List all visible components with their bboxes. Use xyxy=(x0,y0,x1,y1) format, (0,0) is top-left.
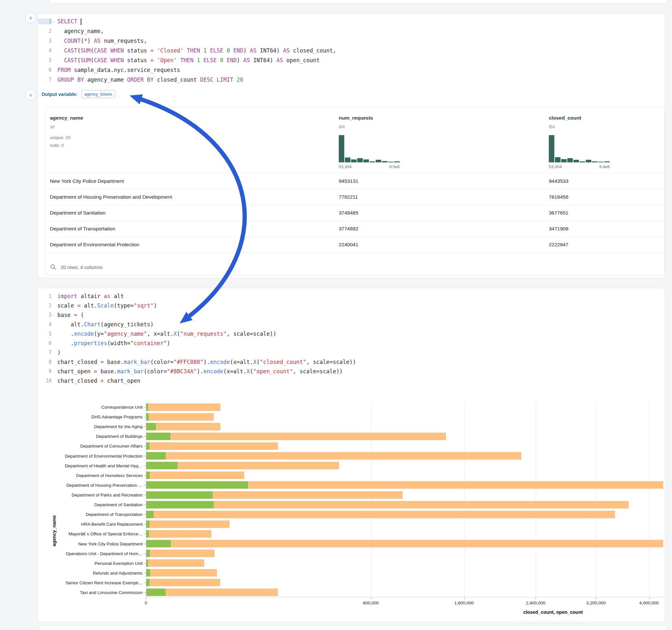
y-axis-label: Mayorâ€ s Office of Special Enforce… xyxy=(45,532,143,536)
code-line[interactable]: 10chart_closed + chart_open xyxy=(38,376,665,385)
bar-closed_count xyxy=(146,491,403,499)
y-axis-tick xyxy=(144,544,146,544)
search-icon[interactable] xyxy=(50,264,56,270)
y-axis-label: Department of Consumer Affairs xyxy=(45,444,143,449)
code-text[interactable]: .encode(y="agency_name", x=alt.X("num_re… xyxy=(57,331,277,337)
code-text[interactable]: FROM sample_data.nyc.service_requests xyxy=(57,67,180,73)
collapse-caret-icon[interactable]: ⌄ xyxy=(53,312,55,317)
line-number: 6 xyxy=(38,340,52,346)
x-axis-tick xyxy=(371,597,371,599)
code-line[interactable]: 4 alt.Chart(agency_tickets) xyxy=(38,319,665,329)
code-text[interactable]: CAST(SUM(CASE WHEN status = 'Closed' THE… xyxy=(57,47,336,54)
code-text[interactable]: COUNT(*) AS num_requests, xyxy=(57,38,147,44)
bar-closed_count xyxy=(146,569,217,577)
bar-open_count xyxy=(146,471,150,479)
column-header-closed_count[interactable]: closed_counti6453,3049.4e6 xyxy=(549,107,665,173)
bar-closed_count xyxy=(146,404,220,411)
x-axis-title: closed_count, open_count xyxy=(523,610,583,615)
histogram-bar xyxy=(549,135,554,162)
line-number: 1 xyxy=(38,293,52,299)
table-cell: 3677651 xyxy=(549,210,665,216)
y-axis-tick xyxy=(144,407,146,407)
histogram-bar xyxy=(592,162,597,162)
table-row[interactable]: Department of Sanitation37494853677651 xyxy=(45,205,664,221)
bar-open_count xyxy=(146,540,171,547)
code-text[interactable]: scale = alt.Scale(type="sqrt") xyxy=(57,302,157,309)
code-text[interactable]: GROUP BY agency_name ORDER BY closed_cou… xyxy=(57,76,243,83)
bar-open_count xyxy=(146,404,148,411)
column-type: str xyxy=(50,124,55,129)
y-axis-label: DHS Advantage Programs xyxy=(45,414,143,419)
bar-open_count xyxy=(146,588,166,596)
code-line[interactable]: 2 agency_name, xyxy=(38,26,665,36)
code-line[interactable]: 5 CAST(SUM(CASE WHEN status = 'Open' THE… xyxy=(38,55,665,65)
code-line[interactable]: 5 .encode(y="agency_name", x=alt.X("num_… xyxy=(38,329,665,338)
bar-closed_count xyxy=(146,559,204,567)
bar-open_count xyxy=(146,442,149,450)
x-axis-tick-label: 800,000 xyxy=(363,601,379,605)
line-number: 8 xyxy=(38,359,52,365)
y-axis-tick xyxy=(144,427,146,427)
code-text[interactable]: ) xyxy=(57,349,61,356)
column-name: agency_name xyxy=(50,115,83,121)
column-header-num_requests[interactable]: num_requestsi6453,3049.5e6 xyxy=(339,107,540,173)
column-histogram xyxy=(339,135,400,162)
table-cell: Department of Housing Preservation and D… xyxy=(50,194,329,200)
code-line[interactable]: 1⌄SELECT xyxy=(38,17,665,26)
code-line[interactable]: 4 CAST(SUM(CASE WHEN status = 'Closed' T… xyxy=(38,46,665,55)
histogram-bar xyxy=(586,160,591,162)
code-line[interactable]: 6FROM sample_data.nyc.service_requests xyxy=(38,65,665,75)
python-editor[interactable]: 1import altair as alt2scale = alt.Scale(… xyxy=(38,288,665,385)
table-row[interactable]: Department of Transportation377489234719… xyxy=(45,221,664,237)
sql-editor[interactable]: 1⌄SELECT 2 agency_name,3 COUNT(*) AS num… xyxy=(38,13,665,84)
collapse-caret-icon[interactable]: ⌄ xyxy=(53,19,55,23)
y-axis-tick xyxy=(144,485,146,485)
table-row[interactable]: New York City Police Department945313194… xyxy=(45,173,664,189)
code-text[interactable]: import altair as alt xyxy=(57,293,124,299)
histogram-bar xyxy=(598,162,604,162)
code-line[interactable]: 6 .properties(width="container") xyxy=(38,338,665,348)
table-row[interactable]: Department of Environmental Protection22… xyxy=(45,237,664,252)
code-line[interactable]: 7) xyxy=(38,348,665,357)
histogram-bar xyxy=(351,160,357,162)
histogram-max: 9.4e6 xyxy=(599,164,610,169)
bar-closed_count xyxy=(146,413,214,421)
code-text[interactable]: chart_closed = base.mark_bar(color="#FFC… xyxy=(57,359,356,365)
output-variable-chip[interactable]: agency_tickets xyxy=(81,90,115,98)
column-header-agency_name[interactable]: agency_namestrunique: 20nulls: 0 xyxy=(50,107,329,173)
code-line[interactable]: 3⌄base = ( xyxy=(38,310,665,319)
line-number: 2 xyxy=(38,303,52,309)
y-axis-tick xyxy=(144,505,146,505)
column-name: num_requests xyxy=(339,115,373,121)
code-text[interactable]: alt.Chart(agency_tickets) xyxy=(57,321,154,328)
histogram-bar xyxy=(357,158,363,162)
line-number: 5 xyxy=(38,57,52,63)
table-cell: 9443533 xyxy=(549,178,665,184)
code-text[interactable]: agency_name, xyxy=(57,28,104,34)
code-text[interactable]: base = ( xyxy=(57,312,84,318)
add-cell-button[interactable]: + xyxy=(25,12,36,23)
code-line[interactable]: 9chart_open = base.mark_bar(color="#8BC3… xyxy=(38,366,665,376)
x-axis-tick xyxy=(146,597,146,599)
bar-closed_count xyxy=(146,501,628,508)
table-row[interactable]: Department of Housing Preservation and D… xyxy=(45,189,664,205)
code-line[interactable]: 2scale = alt.Scale(type="sqrt") xyxy=(38,301,665,310)
code-text[interactable]: chart_open = base.mark_bar(color="#8BC34… xyxy=(57,368,343,374)
y-axis-label: HRA Benefit Card Replacement xyxy=(45,522,143,527)
line-number: 6 xyxy=(38,67,52,73)
y-axis-label: Department of Health and Mental Hyg… xyxy=(45,463,143,468)
table-cell: Department of Transportation xyxy=(50,226,329,232)
code-text[interactable]: chart_closed + chart_open xyxy=(57,378,140,384)
code-line[interactable]: 3 COUNT(*) AS num_requests, xyxy=(38,36,665,46)
chart-gridline xyxy=(371,402,371,597)
code-text[interactable]: CAST(SUM(CASE WHEN status = 'Open' THEN … xyxy=(57,57,320,64)
y-axis-label: New York City Police Department xyxy=(45,541,143,546)
histogram-bar xyxy=(388,162,393,162)
code-text[interactable]: SELECT xyxy=(57,18,81,25)
code-line[interactable]: 7GROUP BY agency_name ORDER BY closed_co… xyxy=(38,75,665,84)
code-line[interactable]: 8chart_closed = base.mark_bar(color="#FF… xyxy=(38,357,665,366)
code-line[interactable]: 1import altair as alt xyxy=(38,291,665,301)
add-cell-button[interactable]: + xyxy=(25,90,36,100)
y-axis-tick xyxy=(144,446,146,446)
code-text[interactable]: .properties(width="container") xyxy=(57,340,170,346)
